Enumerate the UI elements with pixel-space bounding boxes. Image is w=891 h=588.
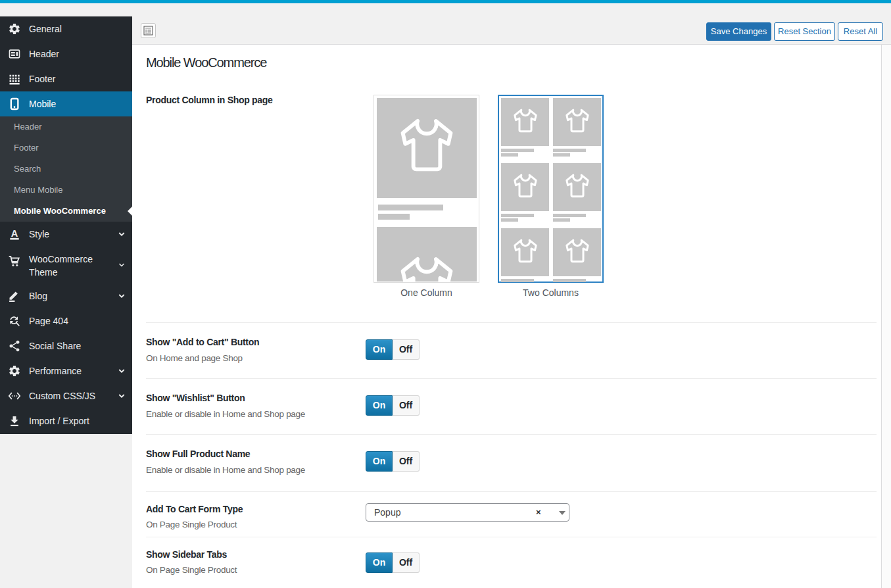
svg-text:A: A bbox=[11, 228, 18, 239]
